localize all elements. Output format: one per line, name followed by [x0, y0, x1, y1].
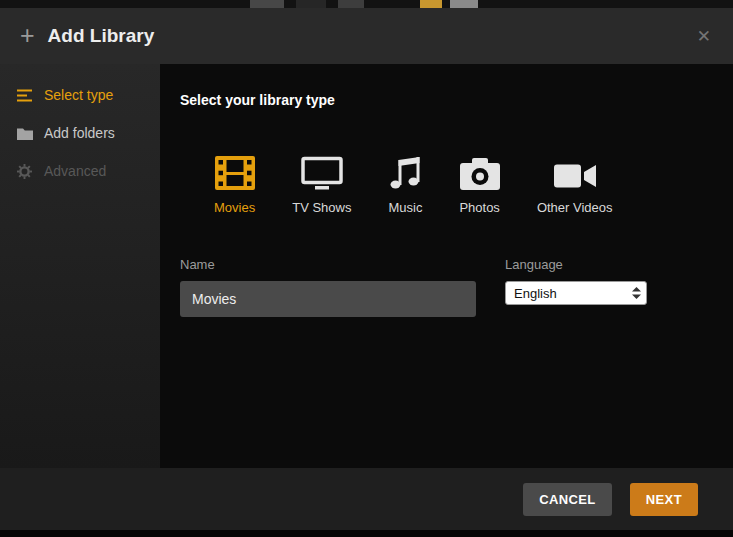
dialog-footer: CANCEL NEXT — [0, 468, 733, 530]
name-input[interactable] — [180, 281, 476, 317]
dialog-title: Add Library — [48, 25, 155, 47]
folder-icon — [16, 127, 33, 140]
library-type-list: Movies TV Shows — [214, 144, 713, 215]
music-note-icon — [389, 144, 421, 190]
select-type-panel: Select your library type — [160, 64, 733, 468]
library-type-label: Other Videos — [537, 200, 613, 215]
video-camera-icon — [554, 144, 596, 190]
library-details-form: Name Language English — [180, 257, 713, 317]
library-type-label: TV Shows — [292, 200, 351, 215]
name-label: Name — [180, 257, 476, 272]
background-thumbnail — [338, 0, 364, 8]
sidebar-item-label: Select type — [44, 87, 113, 103]
panel-heading: Select your library type — [180, 92, 713, 108]
plus-icon: + — [20, 23, 35, 48]
tv-icon — [301, 144, 343, 190]
sidebar-item-label: Add folders — [44, 125, 115, 141]
gear-icon — [16, 164, 33, 179]
next-button[interactable]: NEXT — [630, 483, 698, 516]
background-thumbnail — [420, 0, 442, 8]
dialog-body: Select type Add folders — [0, 64, 733, 468]
film-icon — [215, 144, 255, 190]
wizard-steps-sidebar: Select type Add folders — [0, 64, 160, 468]
camera-icon — [460, 144, 500, 190]
library-type-tv-shows[interactable]: TV Shows — [292, 144, 351, 215]
library-type-music[interactable]: Music — [388, 144, 422, 215]
background-thumbnail — [450, 0, 478, 8]
language-label: Language — [505, 257, 647, 272]
name-field-group: Name — [180, 257, 476, 317]
language-selected-value: English — [514, 286, 557, 301]
screen: + Add Library ✕ Select type — [0, 0, 733, 537]
sidebar-item-add-folders[interactable]: Add folders — [0, 114, 160, 152]
library-type-photos[interactable]: Photos — [459, 144, 499, 215]
language-field-group: Language English — [505, 257, 647, 317]
language-select[interactable]: English — [505, 281, 647, 305]
add-library-dialog: + Add Library ✕ Select type — [0, 8, 733, 530]
background-thumbnail — [296, 0, 326, 8]
library-type-other-videos[interactable]: Other Videos — [537, 144, 613, 215]
sidebar-item-advanced[interactable]: Advanced — [0, 152, 160, 190]
library-type-label: Music — [388, 200, 422, 215]
cancel-button[interactable]: CANCEL — [523, 483, 612, 516]
library-type-label: Photos — [459, 200, 499, 215]
list-lines-icon — [16, 89, 33, 102]
close-icon[interactable]: ✕ — [697, 28, 711, 45]
dialog-header: + Add Library ✕ — [0, 8, 733, 64]
background-top-strip — [0, 0, 733, 8]
sidebar-item-label: Advanced — [44, 163, 106, 179]
library-type-movies[interactable]: Movies — [214, 144, 255, 215]
background-thumbnail — [250, 0, 284, 8]
library-type-label: Movies — [214, 200, 255, 215]
sidebar-item-select-type[interactable]: Select type — [0, 76, 160, 114]
select-arrows-icon — [632, 287, 641, 299]
